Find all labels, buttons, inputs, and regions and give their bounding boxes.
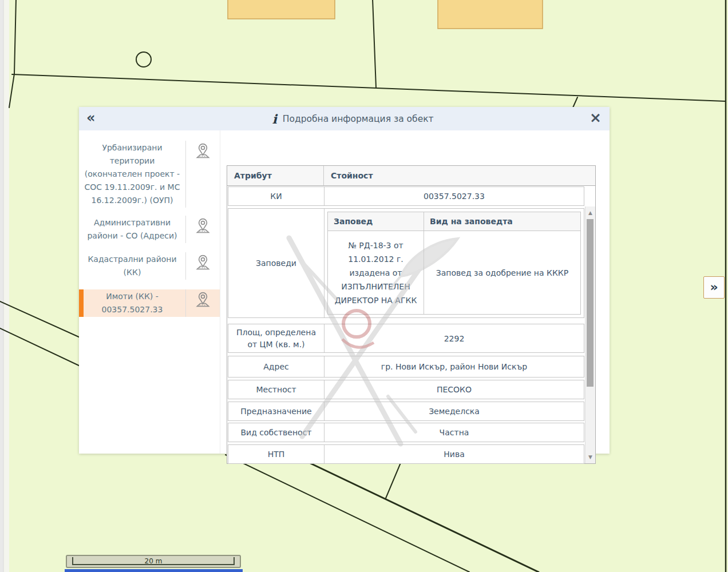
attribute-value: Земеделска [325,402,584,420]
table-row-purpose: Предназначение Земеделска [228,402,584,421]
sidebar-item-label: Урбанизирани територии (окончателен прое… [79,141,185,208]
attribute-label: Адрес [228,356,325,377]
map-pin-icon [185,252,219,280]
table-row-locality: Местност ПЕСОКО [228,380,584,399]
attribute-label: КИ [228,187,325,205]
selected-accent-bar [79,289,84,317]
scrollbar-down-arrow-icon[interactable]: ▼ [585,453,595,461]
attribute-value: гр. Нови Искър, район Нови Искър [325,356,584,377]
table-row-area: Площ, определена от ЦМ (кв. м.) 2292 [228,324,584,353]
attribute-label: Заповеди [228,209,325,317]
table-row-ntp: НТП Нива [228,444,584,464]
attribute-value: Частна [325,423,584,442]
close-icon[interactable]: × [589,109,602,126]
info-icon: i [272,113,276,125]
column-header-value: Стойност [324,166,595,185]
attribute-value: 2292 [325,324,584,352]
attribute-value: Нива [325,445,584,463]
scrollbar-thumb[interactable] [587,219,594,387]
sidebar-item-cadastral-regions[interactable]: Кадастрални райони (КК) [79,252,220,280]
attribute-label: Предназначение [228,402,325,420]
scrollbar-up-arrow-icon[interactable]: ▲ [585,209,595,217]
table-row-ki: КИ 00357.5027.33 [228,186,584,206]
sidebar-item-property-selected[interactable]: Имоти (КК) - 00357.5027.33 [79,289,220,317]
map-pin-icon [185,216,219,243]
table-row-orders: Заповеди Заповед Вид на заповедта № РД-1… [228,208,584,318]
map-pin-icon [185,141,219,208]
orders-table-header: Заповед Вид на заповедта [328,212,580,231]
order-kind-cell: Заповед за одобрение на КККР [424,231,580,314]
attribute-value: ПЕСОКО [325,380,584,399]
expand-panel-button[interactable]: » [703,276,725,299]
attribute-table: Атрибут Стойност КИ 00357.5027.33 Запове… [227,165,596,464]
layer-sidebar: Урбанизирани територии (окончателен прое… [79,130,220,454]
attribute-label: Площ, определена от ЦМ (кв. м.) [228,324,325,352]
scale-label: 20 m [67,557,240,565]
column-header-order-kind: Вид на заповедта [424,212,580,231]
column-header-attribute: Атрибут [227,166,324,185]
sidebar-item-urbanized-territories[interactable]: Урбанизирани територии (окончателен прое… [79,141,220,208]
attribute-table-header: Атрибут Стойност [227,166,595,186]
map-scale-bar: 20 m [66,555,241,568]
map-pin-icon [185,289,219,317]
attribute-label: Вид собственост [228,423,325,442]
attribute-value: Заповед Вид на заповедта № РД-18-3 от 11… [325,209,584,317]
attribute-table-body: КИ 00357.5027.33 Заповеди Заповед Вид на… [227,186,595,463]
attribute-label: НТП [228,445,325,463]
dialog-body: Урбанизирани територии (окончателен прое… [79,130,610,454]
left-edge-strip [0,0,3,572]
orders-table-row: № РД-18-3 от 11.01.2012 г. издадена от И… [328,231,580,314]
table-row-ownership: Вид собственост Частна [228,423,584,442]
table-row-address: Адрес гр. Нови Искър, район Нови Искър [228,356,584,378]
column-header-order: Заповед [328,212,424,231]
sidebar-item-label: Кадастрални райони (КК) [79,252,185,280]
attribute-label: Местност [228,380,325,399]
scale-blue-bar [65,569,243,572]
sidebar-item-label: Имоти (КК) - 00357.5027.33 [79,289,185,317]
table-scrollbar[interactable]: ▲ ▼ [585,206,595,463]
sidebar-item-administrative-regions[interactable]: Административни райони - СО (Адреси) [79,216,220,243]
dialog-title: Подробна информация за обект [283,114,434,124]
order-number-cell: № РД-18-3 от 11.01.2012 г. издадена от И… [328,231,424,314]
collapse-panel-icon[interactable]: « [86,109,96,126]
object-info-dialog: « i Подробна информация за обект × Урбан… [79,107,610,454]
attribute-value: 00357.5027.33 [325,187,584,205]
sidebar-item-label: Административни райони - СО (Адреси) [79,216,185,243]
dialog-title-wrap: i Подробна информация за обект [272,113,433,125]
dialog-header: « i Подробна информация за обект × [79,107,610,130]
orders-nested-table: Заповед Вид на заповедта № РД-18-3 от 11… [327,212,581,315]
